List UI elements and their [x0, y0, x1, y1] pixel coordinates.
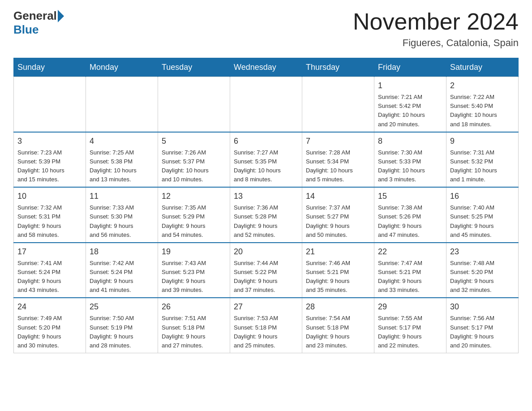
- day-info: Sunrise: 7:50 AM Sunset: 5:19 PM Dayligh…: [90, 314, 154, 350]
- day-number: 26: [162, 301, 226, 313]
- header-saturday: Saturday: [446, 58, 519, 77]
- calendar-cell: 19Sunrise: 7:43 AM Sunset: 5:23 PM Dayli…: [158, 243, 230, 298]
- day-info: Sunrise: 7:44 AM Sunset: 5:22 PM Dayligh…: [234, 259, 298, 295]
- calendar-cell: 17Sunrise: 7:41 AM Sunset: 5:24 PM Dayli…: [14, 243, 86, 298]
- calendar-cell: [230, 77, 302, 132]
- calendar-cell: 14Sunrise: 7:37 AM Sunset: 5:27 PM Dayli…: [302, 187, 374, 243]
- day-number: 9: [450, 135, 515, 147]
- calendar-cell: 30Sunrise: 7:56 AM Sunset: 5:17 PM Dayli…: [446, 298, 519, 353]
- header-monday: Monday: [86, 58, 158, 77]
- calendar-subtitle: Figueres, Catalonia, Spain: [353, 37, 519, 49]
- calendar-cell: 1Sunrise: 7:21 AM Sunset: 5:42 PM Daylig…: [374, 77, 446, 132]
- day-info: Sunrise: 7:48 AM Sunset: 5:20 PM Dayligh…: [450, 259, 515, 295]
- calendar-cell: 18Sunrise: 7:42 AM Sunset: 5:24 PM Dayli…: [86, 243, 158, 298]
- day-number: 20: [234, 246, 298, 258]
- calendar-cell: 22Sunrise: 7:47 AM Sunset: 5:21 PM Dayli…: [374, 243, 446, 298]
- calendar-cell: 15Sunrise: 7:38 AM Sunset: 5:26 PM Dayli…: [374, 187, 446, 243]
- day-number: 22: [378, 246, 442, 258]
- day-number: 28: [306, 301, 370, 313]
- day-number: 11: [90, 190, 154, 202]
- day-number: 19: [162, 246, 226, 258]
- day-info: Sunrise: 7:38 AM Sunset: 5:26 PM Dayligh…: [378, 203, 442, 240]
- calendar-cell: 25Sunrise: 7:50 AM Sunset: 5:19 PM Dayli…: [86, 298, 158, 353]
- day-info: Sunrise: 7:54 AM Sunset: 5:18 PM Dayligh…: [306, 314, 370, 350]
- calendar-cell: 24Sunrise: 7:49 AM Sunset: 5:20 PM Dayli…: [14, 298, 86, 353]
- day-number: 2: [450, 80, 515, 92]
- day-number: 27: [234, 301, 298, 313]
- day-info: Sunrise: 7:33 AM Sunset: 5:30 PM Dayligh…: [90, 203, 154, 240]
- calendar-cell: [86, 77, 158, 132]
- calendar-table: Sunday Monday Tuesday Wednesday Thursday…: [13, 58, 519, 353]
- calendar-cell: 5Sunrise: 7:26 AM Sunset: 5:37 PM Daylig…: [158, 132, 230, 188]
- day-info: Sunrise: 7:47 AM Sunset: 5:21 PM Dayligh…: [378, 259, 442, 295]
- day-number: 1: [378, 80, 442, 92]
- day-number: 18: [90, 246, 154, 258]
- day-number: 23: [450, 246, 515, 258]
- day-number: 6: [234, 135, 298, 147]
- calendar-week-row: 1Sunrise: 7:21 AM Sunset: 5:42 PM Daylig…: [14, 77, 519, 132]
- calendar-cell: 11Sunrise: 7:33 AM Sunset: 5:30 PM Dayli…: [86, 187, 158, 243]
- day-number: 24: [17, 301, 82, 313]
- day-number: 16: [450, 190, 515, 202]
- day-info: Sunrise: 7:23 AM Sunset: 5:39 PM Dayligh…: [17, 148, 82, 184]
- day-info: Sunrise: 7:51 AM Sunset: 5:18 PM Dayligh…: [162, 314, 226, 350]
- day-info: Sunrise: 7:31 AM Sunset: 5:32 PM Dayligh…: [450, 148, 515, 184]
- calendar-cell: 13Sunrise: 7:36 AM Sunset: 5:28 PM Dayli…: [230, 187, 302, 243]
- calendar-cell: 20Sunrise: 7:44 AM Sunset: 5:22 PM Dayli…: [230, 243, 302, 298]
- logo-general-text: General: [13, 9, 57, 23]
- day-number: 4: [90, 135, 154, 147]
- day-info: Sunrise: 7:36 AM Sunset: 5:28 PM Dayligh…: [234, 203, 298, 240]
- calendar-cell: [158, 77, 230, 132]
- calendar-cell: 16Sunrise: 7:40 AM Sunset: 5:25 PM Dayli…: [446, 187, 519, 243]
- day-number: 13: [234, 190, 298, 202]
- day-info: Sunrise: 7:26 AM Sunset: 5:37 PM Dayligh…: [162, 148, 226, 184]
- day-info: Sunrise: 7:40 AM Sunset: 5:25 PM Dayligh…: [450, 203, 515, 240]
- header-friday: Friday: [374, 58, 446, 77]
- weekday-header-row: Sunday Monday Tuesday Wednesday Thursday…: [14, 58, 519, 77]
- day-info: Sunrise: 7:56 AM Sunset: 5:17 PM Dayligh…: [450, 314, 515, 350]
- day-number: 14: [306, 190, 370, 202]
- header-sunday: Sunday: [14, 58, 86, 77]
- day-info: Sunrise: 7:35 AM Sunset: 5:29 PM Dayligh…: [162, 203, 226, 240]
- day-info: Sunrise: 7:49 AM Sunset: 5:20 PM Dayligh…: [17, 314, 82, 350]
- calendar-week-row: 17Sunrise: 7:41 AM Sunset: 5:24 PM Dayli…: [14, 243, 519, 298]
- day-info: Sunrise: 7:22 AM Sunset: 5:40 PM Dayligh…: [450, 93, 515, 129]
- calendar-cell: 26Sunrise: 7:51 AM Sunset: 5:18 PM Dayli…: [158, 298, 230, 353]
- calendar-cell: [14, 77, 86, 132]
- calendar-cell: 4Sunrise: 7:25 AM Sunset: 5:38 PM Daylig…: [86, 132, 158, 188]
- day-info: Sunrise: 7:43 AM Sunset: 5:23 PM Dayligh…: [162, 259, 226, 295]
- calendar-cell: 27Sunrise: 7:53 AM Sunset: 5:18 PM Dayli…: [230, 298, 302, 353]
- header-tuesday: Tuesday: [158, 58, 230, 77]
- day-number: 12: [162, 190, 226, 202]
- day-info: Sunrise: 7:55 AM Sunset: 5:17 PM Dayligh…: [378, 314, 442, 350]
- calendar-cell: 2Sunrise: 7:22 AM Sunset: 5:40 PM Daylig…: [446, 77, 519, 132]
- calendar-cell: 6Sunrise: 7:27 AM Sunset: 5:35 PM Daylig…: [230, 132, 302, 188]
- day-info: Sunrise: 7:30 AM Sunset: 5:33 PM Dayligh…: [378, 148, 442, 184]
- day-number: 15: [378, 190, 442, 202]
- calendar-cell: 23Sunrise: 7:48 AM Sunset: 5:20 PM Dayli…: [446, 243, 519, 298]
- calendar-cell: 21Sunrise: 7:46 AM Sunset: 5:21 PM Dayli…: [302, 243, 374, 298]
- day-number: 30: [450, 301, 515, 313]
- calendar-cell: [302, 77, 374, 132]
- day-info: Sunrise: 7:53 AM Sunset: 5:18 PM Dayligh…: [234, 314, 298, 350]
- calendar-cell: 29Sunrise: 7:55 AM Sunset: 5:17 PM Dayli…: [374, 298, 446, 353]
- day-info: Sunrise: 7:37 AM Sunset: 5:27 PM Dayligh…: [306, 203, 370, 240]
- calendar-cell: 10Sunrise: 7:32 AM Sunset: 5:31 PM Dayli…: [14, 187, 86, 243]
- calendar-week-row: 24Sunrise: 7:49 AM Sunset: 5:20 PM Dayli…: [14, 298, 519, 353]
- page-header: General Blue November 2024 Figueres, Cat…: [13, 9, 519, 49]
- day-number: 7: [306, 135, 370, 147]
- day-info: Sunrise: 7:46 AM Sunset: 5:21 PM Dayligh…: [306, 259, 370, 295]
- day-number: 5: [162, 135, 226, 147]
- logo: General Blue: [13, 9, 65, 37]
- day-info: Sunrise: 7:41 AM Sunset: 5:24 PM Dayligh…: [17, 259, 82, 295]
- day-number: 29: [378, 301, 442, 313]
- calendar-cell: 12Sunrise: 7:35 AM Sunset: 5:29 PM Dayli…: [158, 187, 230, 243]
- day-number: 21: [306, 246, 370, 258]
- day-info: Sunrise: 7:25 AM Sunset: 5:38 PM Dayligh…: [90, 148, 154, 184]
- day-number: 25: [90, 301, 154, 313]
- calendar-cell: 3Sunrise: 7:23 AM Sunset: 5:39 PM Daylig…: [14, 132, 86, 188]
- day-number: 3: [17, 135, 82, 147]
- calendar-cell: 8Sunrise: 7:30 AM Sunset: 5:33 PM Daylig…: [374, 132, 446, 188]
- day-info: Sunrise: 7:21 AM Sunset: 5:42 PM Dayligh…: [378, 93, 442, 129]
- calendar-title: November 2024: [353, 9, 519, 34]
